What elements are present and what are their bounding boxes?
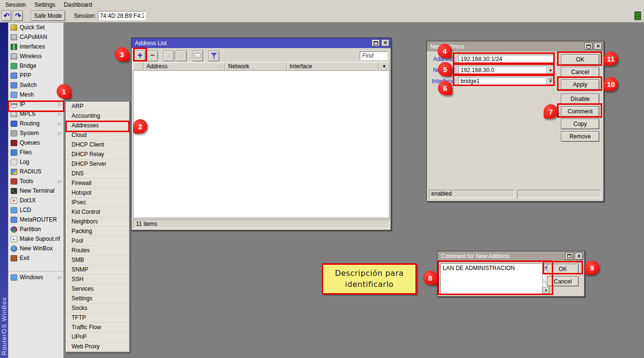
sidebar-item-bridge[interactable]: Bridge ▷ [8,61,63,71]
cancel-button[interactable]: Cancel [561,67,599,77]
interface-select[interactable]: bridge1 [458,77,547,86]
ip-menu-item-dns[interactable]: DNS [66,169,129,179]
ip-menu-item-tftp[interactable]: TFTP [66,313,129,323]
maximize-button[interactable] [372,39,380,47]
sidebar-item-wireless[interactable]: Wireless ▷ [8,51,63,61]
ip-menu-item-arp[interactable]: ARP [66,102,129,111]
sidebar-item-mpls[interactable]: MPLS ▷ [8,109,63,119]
disable-button[interactable]: × [176,50,187,62]
network-spin-up-button[interactable]: ▲ [547,66,555,74]
ip-menu-item-services[interactable]: Services [66,284,129,294]
sidebar-item-new-winbox[interactable]: New WinBox ▷ [8,244,63,253]
sidebar-item-quick-set[interactable]: Quick Set ▷ [8,23,63,32]
sidebar-item-files[interactable]: Files ▷ [8,148,63,157]
close-button[interactable]: × [594,43,602,50]
sidebar-item-windows[interactable]: Windows ▷ [8,272,63,282]
address-input[interactable]: 192.168.30.1/24 [458,55,555,63]
ip-menu-item-web-proxy[interactable]: Web Proxy [66,342,129,352]
interface-column-header[interactable]: Interface [287,62,379,71]
column-menu-button[interactable]: ▼ [379,62,389,71]
undo-button[interactable]: ↶ [1,11,12,21]
ip-menu-item-snmp[interactable]: SNMP [66,265,129,275]
sidebar-item-radius[interactable]: RADIUS ▷ [8,167,63,176]
ip-menu-item-ipsec[interactable]: IPsec [66,198,129,208]
maximize-icon [374,41,378,45]
close-button[interactable]: × [381,39,389,47]
sidebar-item-system[interactable]: System ▷ [8,128,63,138]
ip-menu-item-pool[interactable]: Pool [66,236,129,246]
network-input[interactable]: 192.168.30.0 [458,66,547,74]
copy-button[interactable]: Copy [561,119,599,129]
ip-menu-item-dhcp-client[interactable]: DHCP Client [66,140,129,150]
ip-menu-item-ssh[interactable]: SSH [66,275,129,284]
sidebar-item-capsman[interactable]: CAPsMAN ▷ [8,32,63,42]
comment-textarea[interactable]: LAN DE ADMINISTRACION [440,263,542,294]
menu-settings[interactable]: Settings [31,0,61,9]
sidebar-item-mesh[interactable]: Mesh ▷ [8,90,63,99]
network-column-header[interactable]: Network [225,62,287,71]
sidebar-item-new-terminal[interactable]: New Terminal ▷ [8,186,63,196]
comment-button[interactable]: Comment [561,106,599,117]
ip-menu-item-hotspot[interactable]: Hotspot [66,188,129,198]
sidebar-item-log[interactable]: Log ▷ [8,157,63,167]
sidebar-item-dot1x[interactable]: Dot1X ▷ [8,196,63,205]
filter-button[interactable] [208,50,219,62]
address-column-header[interactable]: Address ▲ [144,62,225,71]
sidebar-item-ip[interactable]: IP ▷ [8,99,63,109]
menu-dashboard[interactable]: Dashboard [61,0,97,9]
ppp-icon [11,73,17,79]
ip-menu-item-upnp[interactable]: UPnP [66,333,129,342]
address-list-titlebar[interactable]: Address List × [132,38,391,48]
sidebar-item-exit[interactable]: Exit ▷ [8,253,63,263]
sidebar-item-queues[interactable]: Queues ▷ [8,138,63,148]
connection-indicator-icon [634,12,641,20]
ip-menu-item-accounting[interactable]: Accounting [66,111,129,121]
ip-menu-item-dhcp-relay[interactable]: DHCP Relay [66,150,129,160]
ip-menu-item-firewall[interactable]: Firewall [66,179,129,188]
close-button[interactable]: × [575,253,583,260]
maximize-button[interactable] [584,43,593,50]
ip-menu-item-smb[interactable]: SMB [66,256,129,265]
sidebar-item-ppp[interactable]: PPP ▷ [8,71,63,80]
comment-tool-button[interactable] [192,50,203,62]
sidebar-item-routing[interactable]: Routing ▷ [8,119,63,128]
step-badge-10: 10 [604,77,618,91]
new-address-titlebar[interactable]: New Address × [427,41,604,51]
sidebar-item-lcd[interactable]: LCD ▷ [8,205,63,215]
remove-button[interactable]: − [147,50,158,62]
session-input[interactable] [98,11,146,20]
sidebar-item-tools[interactable]: Tools ▷ [8,176,63,186]
sidebar-item-make-supout-rif[interactable]: Make Supout.rif ▷ [8,234,63,244]
sidebar-item-partition[interactable]: Partition ▷ [8,224,63,234]
menu-session[interactable]: Session [2,0,31,9]
redo-button[interactable]: ↷ [13,11,23,21]
ip-menu-item-socks[interactable]: Socks [66,304,129,313]
safe-mode-button[interactable]: Safe Mode [31,11,65,21]
table-header: Address ▲ Network Interface ▼ [133,62,389,71]
ip-menu-item-kid-control[interactable]: Kid Control [66,208,129,217]
ip-menu-item-addresses[interactable]: Addresses [66,121,129,131]
ip-menu-item-traffic-flow[interactable]: Traffic Flow [66,323,129,333]
sidebar-item-switch[interactable]: Switch ▷ [8,80,63,90]
ip-menu-item-cloud[interactable]: Cloud [66,131,129,140]
comment-titlebar[interactable]: Comment for New Address × [437,251,584,261]
find-input[interactable] [360,51,388,60]
ip-menu-item-dhcp-server[interactable]: DHCP Server [66,160,129,169]
maximize-button[interactable] [565,253,573,260]
select-column-header[interactable] [133,62,144,71]
sidebar-item-interfaces[interactable]: Interfaces ▷ [8,42,63,51]
sidebar-item-metarouter[interactable]: MetaROUTER ▷ [8,215,63,224]
disable-button[interactable]: Disable [561,94,599,104]
ip-menu-item-routes[interactable]: Routes [66,246,129,256]
ip-menu-item-packing[interactable]: Packing [66,227,129,236]
ip-menu-item-neighbors[interactable]: Neighbors [66,217,129,227]
interface-dropdown-button[interactable]: ▼ [547,77,555,86]
ip-menu-item-settings[interactable]: Settings [66,294,129,304]
ok-button[interactable]: OK [547,264,579,274]
apply-button[interactable]: Apply [561,79,599,90]
ok-button[interactable]: OK [561,54,599,65]
enable-button[interactable]: ✓ [163,50,174,62]
cancel-button[interactable]: Cancel [547,276,579,286]
remove-button[interactable]: Remove [561,131,599,142]
add-button[interactable]: + [134,50,146,62]
